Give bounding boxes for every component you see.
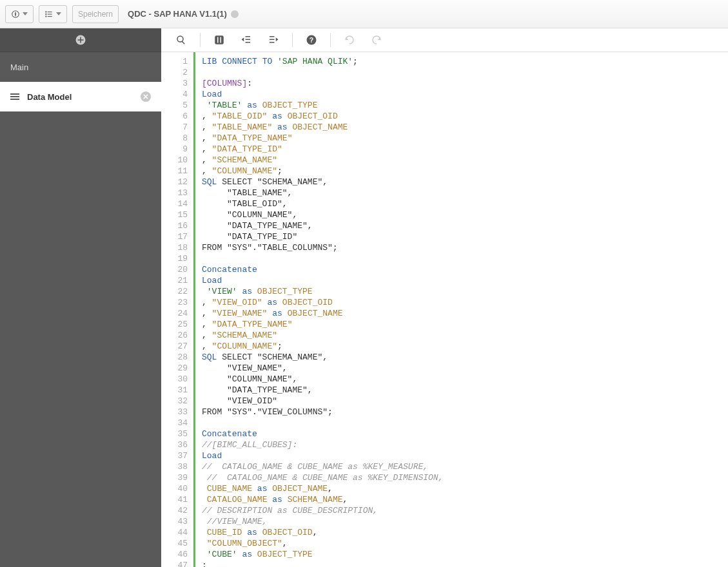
outdent-icon: [241, 34, 252, 46]
code-line[interactable]: FROM "SYS"."VIEW_COLUMNS";: [202, 407, 728, 418]
code-line[interactable]: , "SCHEMA_NAME": [202, 155, 728, 166]
code-line[interactable]: "COLUMN_OBJECT",: [202, 538, 728, 549]
editor-panel: ? 1 2 3 4 5 6 7 8 9 10 11 12 13 14 15 16…: [161, 28, 728, 567]
code-line[interactable]: "DATA_TYPE_NAME",: [202, 220, 728, 231]
compass-icon: [11, 10, 20, 19]
code-line[interactable]: SQL SELECT "SCHEMA_NAME",: [202, 352, 728, 363]
svg-rect-15: [246, 36, 251, 37]
svg-point-3: [45, 13, 46, 14]
code-line[interactable]: , "DATA_TYPE_NAME": [202, 133, 728, 144]
app-header: Speichern QDC - SAP HANA V1.1(1): [0, 0, 728, 28]
code-line[interactable]: [COLUMNS]:: [202, 78, 728, 89]
svg-rect-17: [246, 42, 251, 43]
code-line[interactable]: [202, 253, 728, 264]
code-line[interactable]: 'CUBE' as OBJECT_TYPE: [202, 549, 728, 560]
undo-button[interactable]: [336, 28, 363, 52]
code-line[interactable]: // CATALOG_NAME & CUBE_NAME as %KEY_DIME…: [202, 472, 728, 483]
code-line[interactable]: Load: [202, 450, 728, 461]
indent-icon: [268, 34, 279, 46]
code-line[interactable]: LIB CONNECT TO 'SAP HANA QLIK';: [202, 56, 728, 67]
add-section-button[interactable]: [67, 28, 94, 52]
code-line[interactable]: CATALOG_NAME as SCHEMA_NAME,: [202, 494, 728, 505]
sections-sidebar: Main Data Model: [0, 28, 161, 567]
undo-icon: [344, 34, 355, 46]
sidebar-toolbar: [0, 28, 161, 52]
document-title-text: QDC - SAP HANA V1.1(1): [128, 9, 227, 19]
code-editor[interactable]: 1 2 3 4 5 6 7 8 9 10 11 12 13 14 15 16 1…: [161, 52, 728, 567]
code-line[interactable]: Load: [202, 275, 728, 286]
navigate-button[interactable]: [5, 5, 34, 23]
code-line[interactable]: 'VIEW' as OBJECT_TYPE: [202, 286, 728, 297]
redo-icon: [371, 34, 382, 46]
code-line[interactable]: Load: [202, 89, 728, 100]
close-icon: [143, 94, 148, 99]
code-content[interactable]: LIB CONNECT TO 'SAP HANA QLIK'; [COLUMNS…: [193, 52, 728, 567]
status-indicator-icon: [231, 10, 239, 18]
code-line[interactable]: 'TABLE' as OBJECT_TYPE: [202, 100, 728, 111]
sidebar-section-data-model[interactable]: Data Model: [0, 82, 161, 111]
list-icon: [44, 10, 54, 19]
code-line[interactable]: [202, 67, 728, 78]
svg-point-1: [45, 11, 46, 12]
code-line[interactable]: Concatenate: [202, 264, 728, 275]
code-line[interactable]: , "TABLE_OID" as OBJECT_OID: [202, 111, 728, 122]
document-title: QDC - SAP HANA V1.1(1): [128, 9, 239, 19]
svg-rect-13: [217, 37, 219, 43]
code-line[interactable]: , "DATA_TYPE_NAME": [202, 319, 728, 330]
outdent-button[interactable]: [233, 28, 260, 52]
code-line[interactable]: , "SCHEMA_NAME": [202, 330, 728, 341]
help-button[interactable]: ?: [298, 28, 325, 52]
search-button[interactable]: [168, 28, 195, 52]
code-line[interactable]: //VIEW_NAME,: [202, 516, 728, 527]
chevron-down-icon: [56, 12, 61, 15]
code-line[interactable]: CUBE_NAME as OBJECT_NAME,: [202, 483, 728, 494]
editor-toolbar: ?: [161, 28, 728, 52]
chevron-down-icon: [23, 12, 28, 15]
menu-button[interactable]: [39, 5, 67, 23]
code-line[interactable]: [202, 418, 728, 428]
svg-rect-20: [270, 42, 275, 43]
code-line[interactable]: SQL SELECT "SCHEMA_NAME",: [202, 177, 728, 187]
svg-rect-4: [48, 14, 52, 14]
code-line[interactable]: , "DATA_TYPE_ID": [202, 144, 728, 155]
code-line[interactable]: // DESCRIPTION as CUBE_DESCRIPTION,: [202, 505, 728, 516]
code-line[interactable]: Concatenate: [202, 428, 728, 439]
drag-handle-icon: [10, 93, 19, 100]
indent-button[interactable]: [260, 28, 287, 52]
svg-rect-6: [48, 15, 52, 16]
svg-rect-16: [246, 39, 251, 41]
code-line[interactable]: "TABLE_NAME",: [202, 187, 728, 198]
close-section-button[interactable]: [141, 91, 151, 102]
code-line[interactable]: CUBE_ID as OBJECT_OID,: [202, 527, 728, 538]
line-gutter: 1 2 3 4 5 6 7 8 9 10 11 12 13 14 15 16 1…: [161, 52, 193, 567]
toolbar-separator: [200, 33, 201, 47]
code-line[interactable]: , "VIEW_OID" as OBJECT_OID: [202, 297, 728, 308]
code-line[interactable]: , "TABLE_NAME" as OBJECT_NAME: [202, 122, 728, 133]
save-button[interactable]: Speichern: [72, 5, 119, 23]
sidebar-item-label: Data Model: [27, 92, 72, 102]
code-line[interactable]: , "COLUMN_NAME";: [202, 166, 728, 177]
toolbar-separator: [330, 33, 331, 47]
code-line[interactable]: "TABLE_OID",: [202, 198, 728, 209]
search-icon: [175, 34, 187, 46]
code-line[interactable]: ;: [202, 560, 728, 567]
code-line[interactable]: "COLUMN_NAME",: [202, 209, 728, 220]
code-line[interactable]: FROM "SYS"."TABLE_COLUMNS";: [202, 242, 728, 253]
help-icon: ?: [306, 34, 317, 46]
comment-icon: [213, 34, 225, 46]
code-line[interactable]: // CATALOG_NAME & CUBE_NAME as %KEY_MEAS…: [202, 461, 728, 472]
comment-button[interactable]: [206, 28, 233, 52]
code-line[interactable]: , "VIEW_NAME" as OBJECT_NAME: [202, 308, 728, 319]
code-line[interactable]: "COLUMN_NAME",: [202, 374, 728, 385]
code-line[interactable]: "DATA_TYPE_NAME",: [202, 385, 728, 396]
code-line[interactable]: //[BIMC_ALL_CUBES]:: [202, 439, 728, 450]
code-line[interactable]: "VIEW_OID": [202, 396, 728, 407]
code-line[interactable]: , "COLUMN_NAME";: [202, 341, 728, 352]
code-line[interactable]: "DATA_TYPE_ID": [202, 231, 728, 242]
redo-button[interactable]: [363, 28, 390, 52]
sidebar-section-main[interactable]: Main: [0, 52, 161, 82]
code-line[interactable]: "VIEW_NAME",: [202, 363, 728, 374]
svg-point-5: [45, 15, 46, 17]
svg-rect-19: [270, 39, 275, 41]
svg-rect-9: [78, 39, 84, 41]
